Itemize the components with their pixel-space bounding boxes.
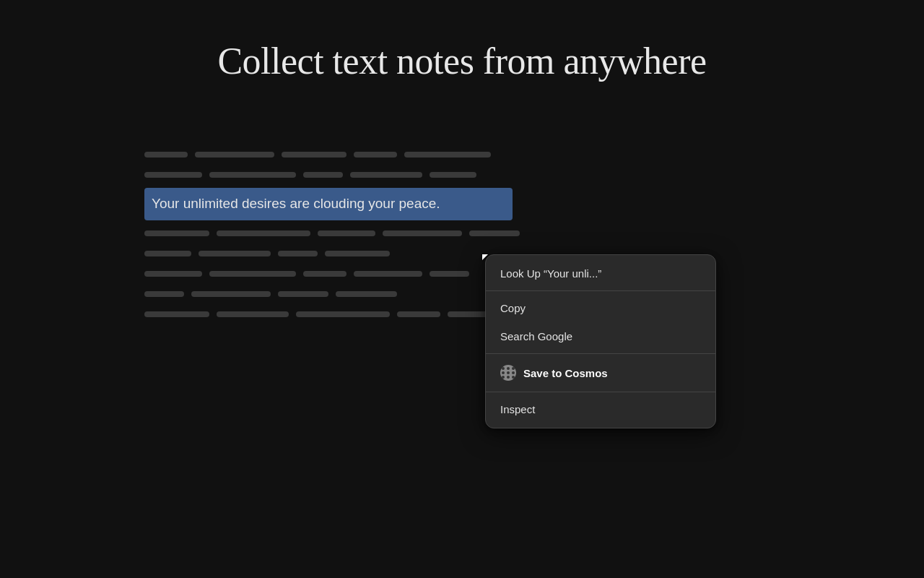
menu-item-inspect-label: Inspect (500, 403, 535, 415)
cosmos-dot (502, 376, 505, 379)
line-segment (278, 251, 318, 256)
cosmos-dot (507, 371, 510, 374)
line-segment (191, 291, 271, 297)
line-segment (430, 172, 476, 178)
cosmos-dot (507, 376, 510, 379)
menu-separator (486, 290, 715, 291)
page-title: Collect text notes from anywhere (0, 0, 924, 82)
line-segment (282, 152, 346, 158)
text-lines: Your unlimited desires are clouding your… (144, 144, 527, 324)
text-line (144, 264, 527, 284)
line-segment (318, 230, 375, 236)
line-segment (199, 251, 271, 256)
line-segment (354, 152, 397, 158)
line-segment (397, 311, 440, 317)
line-segment (144, 291, 184, 297)
menu-item-copy-label: Copy (500, 302, 526, 314)
menu-separator (486, 353, 715, 354)
line-segment (144, 172, 202, 178)
line-segment (278, 291, 328, 297)
menu-item-save-to-cosmos[interactable]: Save to Cosmos (486, 357, 715, 389)
line-segment (303, 172, 343, 178)
menu-item-save-to-cosmos-label: Save to Cosmos (523, 367, 608, 379)
line-segment (217, 230, 310, 236)
menu-item-look-up-label: Look Up “Your unli...” (500, 267, 601, 280)
text-line (144, 243, 527, 264)
line-segment (195, 152, 274, 158)
line-segment (404, 152, 491, 158)
line-segment (303, 271, 346, 277)
line-segment (144, 271, 202, 277)
text-line (144, 223, 527, 243)
menu-item-inspect[interactable]: Inspect (486, 395, 715, 423)
line-segment (350, 172, 422, 178)
cosmos-dots (502, 367, 515, 379)
line-segment (325, 251, 390, 256)
menu-item-search-google[interactable]: Search Google (486, 322, 715, 350)
menu-item-search-google-label: Search Google (500, 330, 572, 342)
cosmos-dot (507, 367, 510, 370)
line-segment (430, 271, 469, 277)
line-segment (144, 230, 209, 236)
menu-item-look-up[interactable]: Look Up “Your unli...” (486, 259, 715, 288)
line-segment (383, 230, 462, 236)
cosmos-icon (500, 365, 516, 381)
selected-text-block: Your unlimited desires are clouding your… (144, 188, 513, 220)
cosmos-dot (512, 367, 515, 370)
text-line (144, 165, 527, 185)
line-segment (469, 230, 520, 236)
line-segment (336, 291, 397, 297)
line-segment (209, 271, 296, 277)
line-segment (296, 311, 390, 317)
menu-item-copy[interactable]: Copy (486, 294, 715, 322)
cosmos-dot (502, 371, 505, 374)
line-segment (354, 271, 422, 277)
content-area: Your unlimited desires are clouding your… (144, 144, 527, 324)
text-line (144, 144, 527, 165)
context-menu: Look Up “Your unli...” Copy Search Googl… (485, 254, 716, 428)
text-line (144, 284, 527, 304)
text-line (144, 304, 527, 324)
line-segment (144, 251, 191, 256)
line-segment (209, 172, 296, 178)
cosmos-dot (502, 367, 505, 370)
line-segment (217, 311, 289, 317)
cosmos-dot (512, 371, 515, 374)
menu-separator (486, 392, 715, 392)
line-segment (144, 311, 209, 317)
cosmos-dot (512, 376, 515, 379)
line-segment (144, 152, 188, 158)
